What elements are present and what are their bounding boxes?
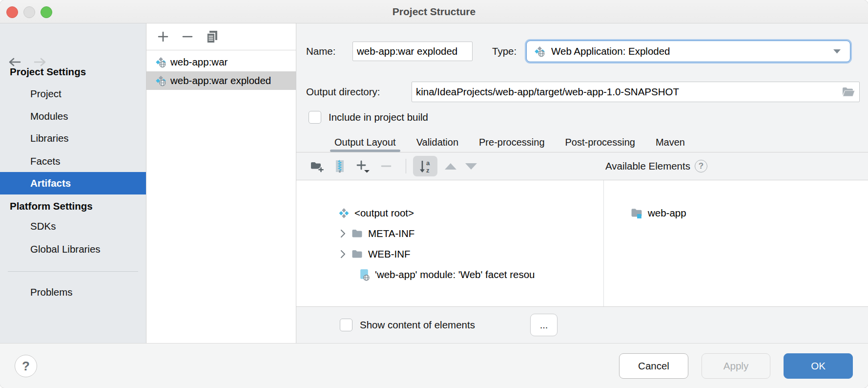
section-header-project-settings: Project Settings [0,62,146,82]
include-in-build-checkbox[interactable] [309,111,321,124]
plus-icon [157,31,169,43]
more-options-button[interactable]: ... [530,314,558,336]
dialog-footer: ? Cancel Apply OK [0,343,868,388]
sidebar-item-facets[interactable]: Facets [0,151,146,171]
add-artifact-button[interactable] [157,31,169,43]
help-button[interactable]: ? [15,355,37,377]
tab-pre-processing[interactable]: Pre-processing [475,133,549,152]
project-structure-dialog: Project Structure Project Settings Proje… [0,0,868,388]
window-title: Project Structure [0,0,868,23]
artifacts-toolbar [146,23,296,50]
artifacts-list-panel: web-app:war web-app:war exploded [146,23,296,343]
available-elements-header: Available Elements ? [605,152,707,180]
tab-output-layout[interactable]: Output Layout [330,133,400,152]
sidebar-item-project[interactable]: Project [0,84,146,104]
triangle-down-icon [465,163,477,170]
output-directory-field [412,82,860,102]
sidebar-divider [8,271,138,272]
include-in-build-label: Include in project build [329,111,428,123]
chevron-down-icon [833,49,841,54]
archive-zipper-icon [334,160,345,173]
web-facet-resources-icon [359,269,370,281]
artifact-editor-panel: Name: Type: Web Application: Exploded Ou… [296,23,868,343]
svg-text:z: z [426,167,430,173]
web-artifact-icon [155,57,166,68]
tab-post-processing[interactable]: Post-processing [561,133,640,152]
type-value: Web Application: Exploded [551,45,827,57]
folder-icon [351,249,363,259]
move-up-button [444,163,457,170]
layout-toolbar: a z [296,152,477,180]
show-content-checkbox[interactable] [340,319,352,331]
copy-artifact-button[interactable] [206,30,218,43]
svg-text:a: a [426,159,430,167]
create-directory-button[interactable] [310,160,324,172]
artifact-list-item[interactable]: web-app:war [146,53,296,71]
layout-content: <output root> META-INF WEB-INF [296,180,868,307]
artifact-type-dropdown[interactable]: Web Application: Exploded [526,41,850,62]
module-folder-icon [630,207,643,219]
artifact-name: web-app:war [170,56,227,68]
action-buttons: Cancel Apply OK [619,353,853,379]
ok-button[interactable]: OK [784,353,853,379]
name-label: Name: [306,41,335,62]
toolbar-separator [406,159,406,173]
output-directory-input[interactable] [412,82,860,102]
tree-item-label: 'web-app' module: 'Web' facet resou [375,269,535,280]
tree-item-label: META-INF [368,228,414,239]
sidebar-item-problems[interactable]: Problems [0,282,146,302]
available-element-label: web-app [648,207,686,219]
plus-dropdown-icon [356,160,371,173]
settings-sidebar: Project Settings Project Modules Librari… [0,23,146,343]
tree-row-output-root[interactable]: <output root> [296,203,603,223]
help-icon[interactable]: ? [695,160,707,172]
tree-row-web-inf[interactable]: WEB-INF [296,244,603,264]
tab-validation[interactable]: Validation [412,133,463,152]
folder-icon [351,228,363,239]
include-in-build-row: Include in project build [309,111,428,124]
available-elements-title: Available Elements [605,160,690,172]
tree-row-web-facet-resources[interactable]: 'web-app' module: 'Web' facet resou [296,264,603,285]
move-down-button [465,163,477,170]
copy-icon [206,30,218,43]
show-content-row: Show content of elements ... [296,307,868,343]
minus-disabled-icon [380,160,392,172]
sidebar-item-global-libraries[interactable]: Global Libraries [0,239,146,259]
web-artifact-icon [534,46,545,57]
type-label: Type: [492,41,517,62]
sidebar-item-modules[interactable]: Modules [0,107,146,126]
web-artifact-icon [155,75,166,86]
triangle-up-icon [444,163,457,170]
sidebar-item-libraries[interactable]: Libraries [0,129,146,148]
available-element-web-app[interactable]: web-app [604,203,868,223]
tab-maven[interactable]: Maven [651,133,689,152]
artifact-name: web-app:war exploded [170,75,271,86]
minus-icon [182,31,193,43]
available-elements-panel: web-app [604,180,868,306]
cancel-button[interactable]: Cancel [619,353,688,379]
sidebar-item-sdks[interactable]: SDKs [0,216,146,236]
sidebar-item-artifacts[interactable]: Artifacts [0,172,146,194]
artifact-root-icon [338,208,350,219]
chevron-right-icon[interactable] [339,249,346,259]
artifact-list-item-selected[interactable]: web-app:war exploded [146,71,296,90]
editor-tabs: Output Layout Validation Pre-processing … [330,133,689,152]
add-element-button[interactable] [356,160,371,173]
sort-alphabetically-button[interactable]: a z [413,156,437,176]
titlebar: Project Structure [0,0,868,23]
create-archive-button[interactable] [334,160,345,173]
section-header-platform-settings: Platform Settings [0,196,146,216]
chevron-right-icon[interactable] [339,229,346,238]
apply-button: Apply [702,353,770,379]
remove-artifact-button[interactable] [182,31,193,43]
artifact-list: web-app:war web-app:war exploded [146,53,296,90]
tree-row-meta-inf[interactable]: META-INF [296,223,603,244]
open-folder-icon [842,86,855,97]
browse-folder-button[interactable] [842,86,855,99]
output-directory-label: Output directory: [306,82,380,102]
new-folder-icon [310,160,324,172]
remove-element-button [380,160,392,172]
tree-item-label: WEB-INF [368,248,411,260]
show-content-label: Show content of elements [360,319,475,331]
artifact-name-input[interactable] [352,42,473,61]
